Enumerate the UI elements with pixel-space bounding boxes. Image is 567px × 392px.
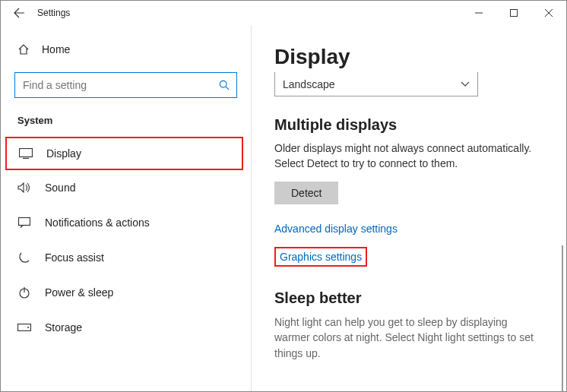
sidebar-item-label: Power & sleep [45,286,113,299]
page-title: Display [274,45,543,69]
minimize-button[interactable] [461,1,496,25]
minimize-icon [475,9,483,17]
maximize-button[interactable] [496,1,531,25]
display-icon [19,148,33,159]
search-icon [219,80,230,90]
sidebar-item-power-sleep[interactable]: Power & sleep [1,275,251,310]
detect-button[interactable]: Detect [274,182,338,204]
svg-rect-0 [511,10,518,17]
sidebar-item-label: Focus assist [45,251,104,264]
advanced-display-settings-link[interactable]: Advanced display settings [274,223,543,235]
multiple-displays-text: Older displays might not always connect … [274,141,543,171]
sidebar-item-sound[interactable]: Sound [1,170,251,205]
sidebar-home[interactable]: Home [1,34,251,65]
sidebar-item-display[interactable]: Display [5,137,243,170]
chevron-down-icon [461,81,470,87]
sidebar-home-label: Home [42,43,70,55]
sleep-better-heading: Sleep better [274,289,543,307]
home-icon [17,43,30,55]
svg-point-1 [220,81,226,87]
multiple-displays-heading: Multiple displays [274,116,543,134]
close-button[interactable] [531,1,566,25]
sidebar-item-label: Display [46,147,81,160]
sidebar-item-storage[interactable]: Storage [1,310,251,345]
sidebar-item-label: Storage [45,321,82,334]
arrow-left-icon [13,7,25,19]
sidebar-item-label: Sound [45,182,75,194]
sidebar-item-label: Notifications & actions [45,217,150,229]
content-pane: Display Landscape Multiple displays Olde… [252,25,566,391]
svg-point-6 [27,327,29,328]
close-icon [545,9,553,17]
power-icon [17,286,31,299]
focus-assist-icon [17,251,31,264]
sidebar-item-notifications[interactable]: Notifications & actions [1,205,251,240]
sound-icon [17,182,31,194]
sidebar: Home System Display Sound Notifications … [1,25,252,391]
svg-rect-3 [19,218,30,226]
sleep-better-text: Night light can help you get to sleep by… [274,315,543,361]
window-title: Settings [37,8,70,18]
svg-rect-2 [20,149,33,157]
orientation-value: Landscape [283,78,335,90]
notifications-icon [17,217,31,228]
search-input[interactable] [14,72,237,98]
graphics-settings-link[interactable]: Graphics settings [280,251,362,263]
storage-icon [17,324,31,331]
back-button[interactable] [7,1,31,25]
scrollbar[interactable] [562,245,563,391]
sidebar-section-label: System [1,109,251,137]
orientation-dropdown[interactable]: Landscape [274,72,478,96]
sidebar-item-focus-assist[interactable]: Focus assist [1,240,251,275]
maximize-icon [510,9,518,17]
